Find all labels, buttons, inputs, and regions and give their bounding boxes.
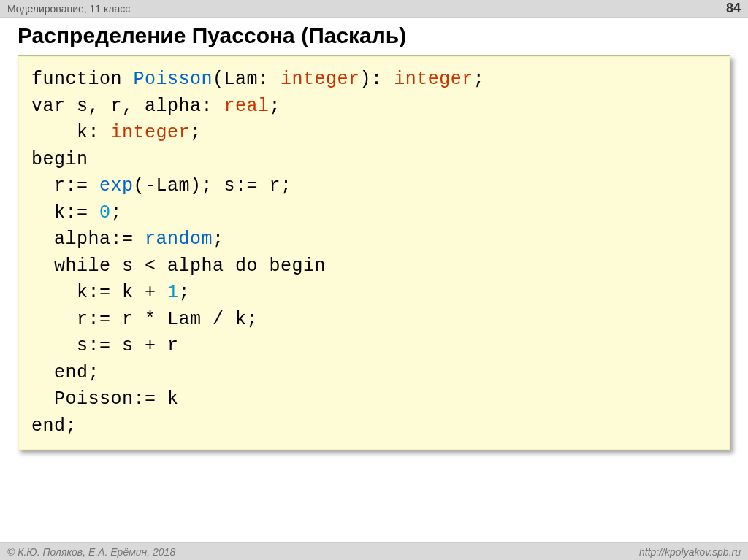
code-line-5: r:= exp(-Lam); s:= r;	[31, 175, 292, 196]
code-line-8: while s < alpha do begin	[31, 256, 326, 277]
website-link: http://kpolyakov.spb.ru	[639, 546, 741, 558]
code-line-11: s:= s + r	[31, 335, 179, 356]
header-bar: Моделирование, 11 класс 84	[0, 0, 748, 18]
code-line-14: end;	[31, 415, 77, 437]
course-label: Моделирование, 11 класс	[7, 3, 130, 15]
content: Распределение Пуассона (Паскаль) functio…	[0, 18, 748, 450]
copyright: © К.Ю. Поляков, Е.А. Ерёмин, 2018	[7, 546, 175, 558]
slide-title: Распределение Пуассона (Паскаль)	[18, 23, 730, 48]
code-line-12: end;	[31, 362, 99, 383]
code-block: function Poisson(Lam: integer): integer;…	[18, 55, 730, 450]
footer-bar: © К.Ю. Поляков, Е.А. Ерёмин, 2018 http:/…	[0, 542, 748, 560]
code-line-3: k: integer;	[31, 122, 202, 143]
code-line-10: r:= r * Lam / k;	[31, 309, 258, 330]
code-line-1: function Poisson(Lam: integer): integer;	[31, 69, 484, 90]
page-number: 84	[726, 1, 741, 16]
code-line-6: k:= 0;	[31, 202, 122, 223]
code-line-7: alpha:= random;	[31, 229, 224, 250]
code-line-13: Poisson:= k	[31, 388, 179, 410]
code-line-4: begin	[31, 149, 88, 170]
code-line-9: k:= k + 1;	[31, 282, 190, 303]
code-line-2: var s, r, alpha: real;	[31, 96, 280, 117]
